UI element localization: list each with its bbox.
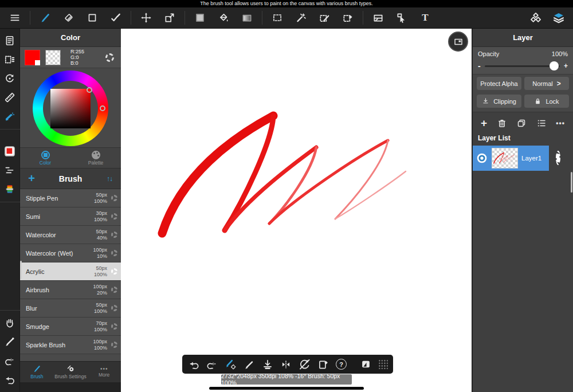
select-pen-icon[interactable] [318, 11, 331, 24]
foreground-color-swatch[interactable] [25, 50, 40, 65]
pen-icon[interactable] [244, 358, 255, 370]
flip-horizontal-icon[interactable] [280, 358, 292, 370]
delete-layer-button[interactable] [497, 118, 507, 128]
tab-brush-settings[interactable]: Brush Settings [54, 362, 88, 382]
tab-brush[interactable]: Brush [20, 362, 54, 382]
palette-mixer-icon[interactable] [3, 182, 17, 196]
layer-visibility-eye-icon[interactable] [476, 152, 488, 164]
brush-settings-gear-icon[interactable] [111, 250, 117, 256]
opacity-minus-button[interactable]: - [478, 61, 481, 70]
brush-list-item[interactable]: Smudge 70px 100% [20, 317, 121, 336]
ruler-icon[interactable] [3, 91, 17, 104]
layer-more-button[interactable]: ••• [556, 119, 565, 127]
gradient-tool-icon[interactable] [241, 11, 253, 24]
add-brush-button[interactable]: + [20, 172, 43, 185]
background-color-swatch[interactable] [45, 50, 61, 65]
material-icon[interactable] [529, 11, 542, 24]
add-layer-button[interactable]: + [481, 118, 487, 128]
undo-icon[interactable] [188, 358, 199, 370]
brush-toggle-icon[interactable] [225, 358, 237, 370]
brush-settings-gear-icon[interactable] [111, 268, 117, 275]
rotate-reset-icon[interactable] [3, 72, 17, 85]
brush-values: 30px 100% [94, 210, 107, 222]
hide-panels-button[interactable] [448, 32, 468, 52]
opacity-label: Opacity [478, 50, 499, 57]
correction-tool-icon[interactable] [109, 11, 122, 24]
rotate-disabled-icon[interactable] [299, 358, 311, 370]
clear-icon[interactable] [317, 358, 329, 370]
layer-panel-scrollbar[interactable] [571, 172, 572, 193]
bottom-toolbar: ? [182, 355, 393, 374]
image-toggle-icon[interactable] [360, 358, 371, 370]
move-tool-icon[interactable] [140, 11, 152, 24]
saturation-value-square[interactable] [50, 89, 91, 128]
brush-list-item[interactable]: Airbrush 100px 20% [20, 281, 121, 299]
brush-settings-gear-icon[interactable] [111, 323, 117, 330]
airbrush-icon[interactable] [3, 109, 17, 123]
brush-sort-button[interactable]: ↑↓ [98, 175, 121, 183]
brush-list-item[interactable]: Blur 50px 100% [20, 299, 121, 317]
brush-settings-gear-icon[interactable] [111, 287, 117, 293]
redo-icon[interactable] [206, 358, 218, 370]
brush-list-item[interactable]: Acrylic 50px 100% [20, 262, 121, 281]
tab-more[interactable]: ••• More [87, 362, 121, 382]
redo-icon[interactable] [3, 354, 17, 367]
menu-icon[interactable] [9, 11, 21, 24]
brush-settings-gear-icon[interactable] [111, 305, 117, 311]
canvas[interactable] [121, 29, 472, 392]
layer-settings-gear-icon[interactable] [556, 153, 560, 163]
sv-picker-dot[interactable] [87, 87, 92, 93]
tab-color[interactable]: Color [20, 148, 70, 168]
color-settings-gear-icon[interactable] [105, 53, 114, 62]
select-eraser-icon[interactable] [342, 11, 354, 24]
blend-mode-button[interactable]: Normal > [524, 77, 569, 90]
split-view-icon[interactable] [372, 11, 384, 24]
duplicate-layer-button[interactable] [516, 118, 527, 128]
brush-settings-gear-icon[interactable] [111, 195, 117, 201]
drag-handle-icon[interactable] [378, 358, 388, 370]
transform-tool-icon[interactable] [163, 11, 176, 24]
brush-tool-icon[interactable] [39, 11, 52, 24]
document-icon[interactable] [3, 34, 17, 48]
brush-list-item[interactable]: Sumi 30px 100% [20, 207, 121, 226]
text-tool-icon[interactable]: T [419, 11, 431, 24]
layer-row[interactable]: Layer1 [473, 146, 549, 171]
brush-settings-gear-icon[interactable] [111, 342, 117, 348]
select-menu-icon[interactable] [3, 53, 17, 66]
brush-settings-gear-icon[interactable] [111, 213, 117, 219]
palette-tab-icon [92, 151, 100, 159]
opacity-plus-button[interactable]: + [564, 62, 568, 70]
eraser-tool-icon[interactable] [62, 11, 75, 24]
brush-list-item[interactable]: Watercolor (Wet) 100px 10% [20, 244, 121, 262]
tab-palette[interactable]: Palette [70, 148, 121, 168]
operation-cursor-icon[interactable] [395, 11, 408, 24]
lock-button[interactable]: Lock [524, 95, 569, 108]
brush-list-scrollbar[interactable] [20, 261, 22, 279]
opacity-slider[interactable] [485, 65, 560, 67]
hue-picker-dot[interactable] [100, 105, 105, 111]
undo-icon[interactable] [3, 373, 17, 386]
paint-bucket-icon[interactable] [217, 11, 230, 24]
layer-list-view-button[interactable] [536, 118, 547, 128]
brush-list-item[interactable]: Watercolor 50px 40% [20, 226, 121, 244]
opacity-slider-knob[interactable] [550, 61, 559, 70]
magic-wand-icon[interactable] [295, 11, 307, 24]
shape-tool-icon[interactable] [86, 11, 99, 24]
brush-list-icon[interactable] [3, 163, 17, 177]
hand-tool-icon[interactable] [3, 316, 17, 330]
layer-row-wrap: Layer1 [473, 146, 573, 171]
help-icon[interactable]: ? [336, 358, 347, 370]
protect-alpha-button[interactable]: Protect Alpha [477, 77, 521, 90]
brush-name: Sumi [26, 213, 94, 220]
brush-list-item[interactable]: Stipple Pen 50px 100% [20, 189, 121, 207]
brush-settings-gear-icon[interactable] [111, 232, 117, 238]
color-swatch-icon[interactable] [3, 144, 17, 158]
eyedropper-icon[interactable] [3, 335, 17, 348]
home-indicator[interactable] [209, 387, 364, 390]
select-rectangle-icon[interactable] [271, 11, 284, 24]
layers-icon[interactable] [552, 11, 565, 24]
save-icon[interactable] [262, 358, 273, 370]
clipping-button[interactable]: Clipping [477, 95, 521, 108]
brush-list-item[interactable]: Sparkle Brush 100px 100% [20, 336, 121, 354]
fill-square-icon[interactable] [194, 11, 206, 24]
